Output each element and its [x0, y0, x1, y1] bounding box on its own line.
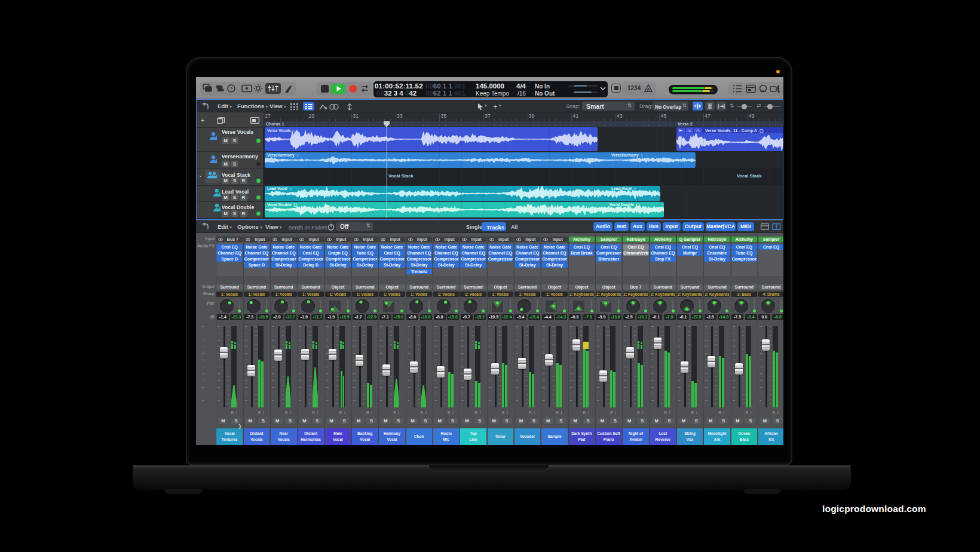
- svg-text:?: ?: [230, 86, 233, 91]
- svg-text:A: A: [647, 87, 650, 91]
